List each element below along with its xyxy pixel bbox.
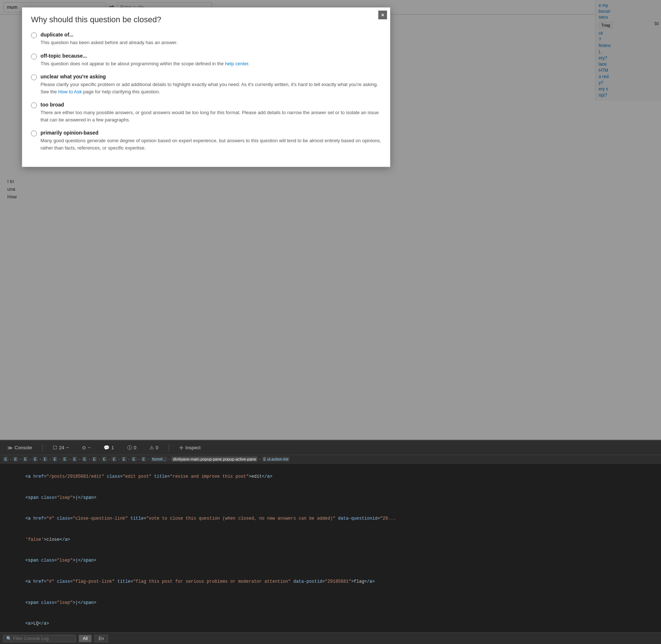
code-line-1: <a href="/posts/29185681/edit" class="ed… [4,466,657,488]
modal-dialog: × Why should this question be closed? du… [22,7,390,167]
code-line-8: <a>LQ</a> [4,613,657,635]
breadcrumb-e-15[interactable]: E [141,457,146,462]
option-toobroad-name: too broad [40,102,381,108]
breadcrumb-e-14[interactable]: E [131,457,136,462]
option-offtopic-name: off-topic because... [40,53,381,59]
radio-toobroad[interactable] [31,102,37,108]
devtools-toolbar: ≫ Console ☐ 24 − ⊙ − 💬 1 ⓘ 0 ⚠ 0 ✛ Inspe… [0,441,661,455]
warning-icon: ⚠ [150,445,154,450]
radio-unclear[interactable] [31,74,37,80]
time-minus: − [88,445,91,450]
code-line-2: <span class="lsep">|</span> [4,488,657,509]
console-filter-bar: 🔍 All En [0,632,661,644]
info-count: 0 [134,445,136,450]
modal-close-button[interactable]: × [378,11,387,19]
option-unclear-name: unclear what you're asking [40,74,381,79]
breadcrumb-e-12[interactable]: E [111,457,117,462]
breadcrumb-e-1[interactable]: E [3,457,8,462]
inspect-icon: ✛ [179,445,183,451]
option-duplicate-desc: This question has been asked before and … [40,40,178,45]
option-offtopic-desc: This question does not appear to be abou… [40,61,250,66]
option-opinion-desc: Many good questions generate some degree… [40,138,381,151]
options-list: duplicate of... This question has been a… [31,32,381,151]
search-icon: 🔍 [6,636,12,641]
breadcrumb-ul-action[interactable]: E ul.action-list [262,457,290,462]
code-line-3: <a href="#" class="close-question-link" … [4,508,657,529]
page-icon: ☐ [53,445,57,450]
filter-all-button[interactable]: All [79,635,92,642]
toolbar-separator-2 [169,444,169,451]
help-center-link[interactable]: help center [225,61,248,66]
clock-icon: ⊙ [82,445,86,450]
breadcrumb-e-6[interactable]: E [52,457,58,462]
option-duplicate-name: duplicate of... [40,32,381,38]
breadcrumb-e-10[interactable]: E [92,457,97,462]
modal-title: Why should this question be closed? [31,15,381,24]
devtools-tab-warnings[interactable]: ⚠ 0 [147,443,161,452]
comment-icon: 💬 [104,445,109,450]
breadcrumb-e-3[interactable]: E [23,457,28,462]
breadcrumb-e-4[interactable]: E [32,457,38,462]
code-line-6: <a href="#" class="flag-post-link" title… [4,571,657,593]
option-toobroad: too broad There are either too many poss… [31,102,381,123]
code-panel: <a href="/posts/29185681/edit" class="ed… [0,463,661,644]
breadcrumb-e-8[interactable]: E [72,457,77,462]
option-opinion-content: primarily opinion-based Many good questi… [40,130,381,151]
breadcrumb-form[interactable]: form#... [151,457,167,462]
breadcrumb-e-2[interactable]: E [13,457,18,462]
breadcrumb-sep-2: › [20,457,21,461]
breadcrumb-e-13[interactable]: E [121,457,127,462]
how-to-ask-link[interactable]: How to Ask [58,89,82,94]
devtools-panel: ≫ Console ☐ 24 − ⊙ − 💬 1 ⓘ 0 ⚠ 0 ✛ Inspe… [0,440,661,644]
filter-errors-button[interactable]: En [94,635,108,642]
filter-input-wrap: 🔍 [3,635,76,642]
devtools-code-content: <a href="/posts/29185681/edit" class="ed… [0,463,661,644]
breadcrumb-bar: E › E › E › E › E › E › E › E › E › E › … [0,455,661,463]
breadcrumb-e-5[interactable]: E [42,457,48,462]
breadcrumb-div-pane[interactable]: div#pane-main.popup-pane.popup-active-pa… [171,457,258,462]
devtools-tab-console[interactable]: ≫ Console [4,443,35,452]
console-icon: ≫ [7,445,13,451]
radio-opinion[interactable] [31,131,37,136]
option-opinion: primarily opinion-based Many good questi… [31,130,381,151]
breadcrumb-sep: › [10,457,11,461]
option-opinion-name: primarily opinion-based [40,130,381,136]
warnings-count: 0 [156,445,158,450]
devtools-tab-pages[interactable]: ☐ 24 − [50,443,72,452]
option-unclear-content: unclear what you're asking Please clarif… [40,74,381,95]
devtools-tab-inspect[interactable]: ✛ Inspect [176,443,204,452]
breadcrumb-e-7[interactable]: E [62,457,67,462]
option-offtopic-content: off-topic because... This question does … [40,53,381,67]
option-duplicate: duplicate of... This question has been a… [31,32,381,46]
radio-duplicate[interactable] [31,32,37,38]
comments-count: 1 [111,445,114,450]
pages-count: 24 [59,445,64,450]
pages-minus: − [66,445,69,450]
option-unclear-desc: Please clarify your specific problem or … [40,82,378,94]
info-icon: ⓘ [127,445,132,451]
code-line-4: 'false'>close</a> [4,529,657,551]
radio-offtopic[interactable] [31,54,37,59]
option-toobroad-desc: There are either too many possible answe… [40,110,379,123]
console-tab-label: Console [15,445,32,450]
option-unclear: unclear what you're asking Please clarif… [31,74,381,95]
breadcrumb-e-9[interactable]: E [82,457,87,462]
devtools-tab-comments[interactable]: 💬 1 [101,443,117,452]
toolbar-separator-1 [42,444,43,451]
filter-console-input[interactable] [13,636,71,641]
option-toobroad-content: too broad There are either too many poss… [40,102,381,123]
option-offtopic: off-topic because... This question does … [31,53,381,67]
option-duplicate-content: duplicate of... This question has been a… [40,32,381,46]
breadcrumb-e-11[interactable]: E [101,457,107,462]
code-line-5: <span class="lsep">|</span> [4,550,657,571]
code-line-7: <span class="lsep">|</span> [4,592,657,613]
devtools-tab-time[interactable]: ⊙ − [79,443,94,452]
inspect-label: Inspect [185,445,201,450]
devtools-tab-info[interactable]: ⓘ 0 [124,443,139,453]
